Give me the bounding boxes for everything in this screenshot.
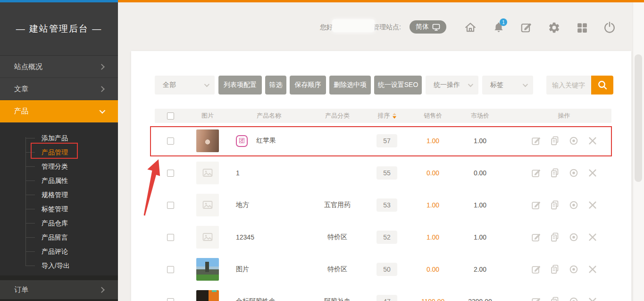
tag-select[interactable]: 标签 — [482, 76, 533, 95]
sidebar-item-label: 订单 — [14, 285, 28, 294]
copy-button[interactable] — [550, 168, 560, 178]
row-checkbox[interactable] — [167, 266, 174, 273]
preview-button[interactable] — [569, 296, 579, 301]
copy-button[interactable] — [550, 200, 560, 210]
sidebar-item-orders[interactable]: 订单 — [0, 280, 118, 299]
tree-tick — [25, 266, 35, 266]
copy-button[interactable] — [550, 136, 560, 146]
market-price: 1.00 — [458, 137, 502, 145]
delete-selected-button[interactable]: 删除选中项 — [329, 76, 371, 95]
preview-button[interactable] — [569, 168, 579, 178]
delete-button[interactable] — [587, 264, 598, 275]
delete-button[interactable] — [587, 296, 598, 301]
delete-button[interactable] — [587, 168, 598, 178]
table-row: 金标阿胶铁盒 阿胶补血 47 1199.00 2399.00 — [155, 285, 611, 301]
filter-all-select[interactable]: 全部 — [155, 76, 215, 95]
home-icon — [464, 21, 477, 34]
submenu-item-product-management[interactable]: 产品管理 — [0, 145, 118, 159]
sidebar-item-products[interactable]: 产品 — [0, 100, 118, 122]
chevron-down-icon — [523, 82, 528, 87]
product-thumbnail-placeholder[interactable] — [196, 162, 219, 184]
sort-toggle[interactable] — [393, 113, 396, 119]
preview-button[interactable] — [569, 264, 579, 275]
settings-button[interactable] — [547, 21, 560, 34]
close-icon — [587, 168, 598, 178]
row-checkbox[interactable] — [167, 138, 174, 145]
copy-button[interactable] — [550, 264, 560, 275]
submenu-label: 规格管理 — [42, 191, 68, 198]
edit-button[interactable] — [531, 168, 541, 178]
close-icon — [587, 296, 598, 301]
header-actions: 操作 — [502, 112, 611, 120]
filter-button[interactable]: 筛选 — [265, 76, 286, 95]
submenu-item-product-attributes[interactable]: 产品属性 — [0, 173, 118, 188]
submenu-item-tag-management[interactable]: 标签管理 — [0, 202, 118, 216]
edit-button[interactable] — [531, 264, 541, 275]
sort-value[interactable]: 55 — [376, 166, 397, 180]
header-sale-price: 销售价 — [408, 112, 458, 120]
sort-value[interactable]: 53 — [376, 198, 397, 212]
preview-button[interactable] — [569, 232, 579, 242]
sidebar-item-site-overview[interactable]: 站点概况 — [0, 56, 118, 78]
submenu-item-product-messages[interactable]: 产品留言 — [0, 230, 118, 244]
home-button[interactable] — [464, 21, 477, 34]
language-button[interactable]: 简体 — [410, 20, 446, 34]
edit-button[interactable] — [531, 136, 541, 146]
preview-button[interactable] — [569, 136, 579, 146]
save-order-button[interactable]: 保存顺序 — [290, 76, 326, 95]
submenu-item-spec-management[interactable]: 规格管理 — [0, 188, 118, 202]
sort-value[interactable]: 57 — [376, 134, 397, 147]
chevron-right-icon — [99, 64, 105, 70]
delete-button[interactable] — [587, 232, 598, 242]
product-thumbnail-placeholder[interactable] — [196, 194, 219, 216]
row-checkbox[interactable] — [167, 298, 174, 301]
compose-button[interactable] — [519, 21, 533, 34]
product-thumbnail[interactable] — [196, 258, 219, 281]
sort-value[interactable]: 50 — [376, 263, 397, 276]
row-checkbox[interactable] — [167, 202, 174, 209]
seo-settings-button[interactable]: 统一设置SEO — [374, 76, 422, 95]
search-button[interactable] — [591, 76, 613, 95]
search-input[interactable] — [546, 76, 591, 95]
batch-operation-select[interactable]: 统一操作 — [426, 76, 478, 95]
edit-button[interactable] — [531, 200, 541, 210]
eye-icon — [569, 200, 579, 210]
submenu-label: 产品管理 — [42, 148, 68, 156]
product-thumbnail[interactable] — [196, 129, 219, 152]
logout-button[interactable] — [603, 21, 616, 34]
submenu-item-add-product[interactable]: 添加产品 — [0, 131, 118, 145]
sale-price: 1.00 — [408, 233, 458, 241]
submenu-item-manage-categories[interactable]: 管理分类 — [0, 159, 118, 173]
product-thumbnail-placeholder[interactable] — [196, 226, 219, 249]
delete-button[interactable] — [587, 200, 598, 210]
delete-button[interactable] — [587, 136, 598, 146]
page-scrollbar-thumb[interactable] — [635, 54, 642, 182]
apps-button[interactable] — [575, 21, 588, 34]
sort-value[interactable]: 52 — [376, 231, 397, 244]
edit-button[interactable] — [531, 296, 541, 301]
preview-button[interactable] — [569, 200, 579, 210]
sort-value[interactable]: 47 — [376, 295, 397, 301]
row-checkbox[interactable] — [167, 170, 174, 177]
product-category: 五官用药 — [309, 201, 366, 209]
market-price: 1.00 — [458, 233, 502, 241]
copy-button[interactable] — [550, 296, 560, 301]
copy-icon — [550, 168, 560, 178]
submenu-item-product-reviews[interactable]: 产品评论 — [0, 244, 118, 258]
edit-button[interactable] — [531, 232, 541, 242]
submenu-item-import-export[interactable]: 导入/导出 — [0, 258, 118, 273]
select-all-checkbox[interactable] — [167, 112, 174, 120]
copy-button[interactable] — [550, 232, 560, 242]
row-checkbox[interactable] — [167, 234, 174, 241]
copy-icon — [550, 296, 560, 301]
close-icon — [587, 232, 598, 242]
header-market-price: 市场价 — [458, 112, 502, 120]
tree-tick — [25, 209, 35, 209]
app-logo: — 建站管理后台 — — [0, 2, 118, 56]
sidebar-item-articles[interactable]: 文章 — [0, 78, 118, 100]
submenu-item-product-warehouse[interactable]: 产品仓库 — [0, 216, 118, 230]
product-thumbnail[interactable] — [196, 290, 219, 301]
list-config-button[interactable]: 列表项配置 — [218, 76, 262, 95]
table-row: 图片 特价区 50 0.00 2.00 — [155, 253, 611, 285]
table-row: 团 红苹果 57 1.00 1.00 — [155, 125, 611, 157]
